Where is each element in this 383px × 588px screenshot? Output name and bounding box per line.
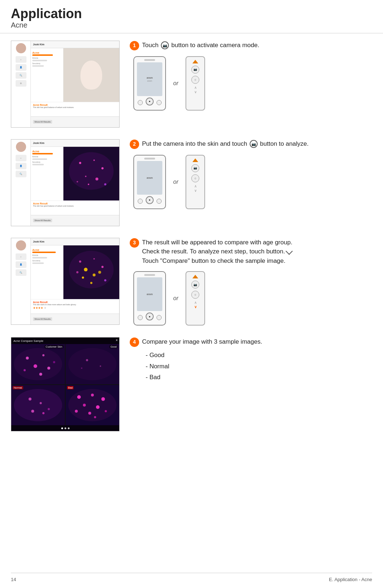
svg-point-13 [93,258,95,260]
phone-small-btn-3-right [157,315,162,320]
svg-point-52 [75,410,78,413]
phone-bottom-row: ● [138,98,162,108]
compare-header: Acne Compare Sample × [11,338,119,344]
dot-nav-2[interactable] [64,427,66,429]
compare-cell-svg-good [66,344,119,384]
svg-point-32 [68,348,116,380]
remote-arrow-down-3: ∨ [194,305,197,309]
step-4-title: 4 Compare your image with 3 sample image… [130,337,372,347]
step-2-title: 2 Put the camera into the skin and touch… [130,139,372,149]
svg-point-2 [79,162,81,164]
result-title-2: Acne Result [33,202,117,205]
compare-bottom-nav [11,425,119,431]
phone-small-btn-left [138,100,143,105]
svg-point-18 [98,271,101,274]
phone-brand: aram [147,76,153,79]
step-1-screenshot: ⌂ 👤 🔍 ⚙ Jook Kim Acne Wrink [11,41,120,128]
phone-small-btn-right [157,100,162,105]
phone-bottom-row-3: ● [138,312,162,323]
svg-point-8 [104,183,107,185]
svg-point-17 [82,276,84,278]
dot-nav-3[interactable] [68,427,70,429]
step-4-number: 4 [130,338,139,347]
svg-point-38 [29,398,32,401]
avatar-2 [16,142,26,152]
result-bar-3: Acne Result The skin starts to show more… [31,299,119,314]
chevron-icon [286,248,293,255]
step-2-number: 2 [130,140,139,149]
app-body-2: Acne Wrinkle Sensitivity [31,147,119,200]
svg-point-41 [31,410,34,413]
page-number: 14 [11,577,16,582]
result-bar-2: Acne Result The skin has good balance of… [31,200,119,215]
app-screenshot-3: ⌂ 👤 🔍 Jook Kim Acne Wrinkle Se [11,238,119,324]
svg-point-48 [83,404,86,407]
sidebar-icon-2-customer: 👤 [16,163,26,169]
svg-point-40 [48,408,50,410]
svg-point-21 [104,279,107,281]
sidebar-icon-customer: 👤 [16,64,26,71]
camera-icon-1: 📷 [161,41,169,49]
wrinkle-label-2: Wrinkle [32,156,62,158]
show-all-btn-2[interactable]: Show All Results [33,219,52,222]
acne-dots-svg-3 [63,245,119,299]
step-2-screenshot: ⌂ 👤 🔍 Jook Kim Acne Wrinkle Se [11,139,120,226]
acne-label: Acne [32,51,62,54]
step-4-text: Compare your image with 3 sample images. [142,337,262,347]
page-header: Application Acne [0,0,383,33]
svg-point-16 [93,273,96,276]
sidebar-icon-3-customer: 👤 [16,261,26,268]
step-1-devices: aram aram ● or 📷 [133,56,372,111]
remote-device-1: 📷 ○ ∧ ∨ [186,56,205,111]
step-3-instruction: 3 The result will be appeared to compare… [130,238,372,326]
bottom-bar: Show All Results [31,116,119,127]
step-2-row: ⌂ 👤 🔍 Jook Kim Acne Wrinkle Se [11,139,372,226]
compare-label-bad: Bad [67,386,74,389]
remote-up-arrow-2 [192,158,198,162]
show-all-btn-3[interactable]: Show All Results [33,317,52,321]
phone-screen-3: aram [137,277,162,311]
bottom-bar-2: Show All Results [31,215,119,226]
svg-point-27 [47,367,50,370]
svg-point-5 [85,175,87,177]
remote-arrow-down: ∨ [194,90,197,94]
phone-device-1: aram aram ● [133,56,166,111]
remote-camera-btn-2: 📷 [191,164,199,172]
phone-bottom-row-2: ● [138,196,162,206]
result-title: Acne Result [33,104,117,106]
remote-nav-arrows: ∧ ∨ [194,86,197,94]
phone-main-btn-3: ● [146,312,154,320]
result-title-3: Acne Result [33,301,117,303]
svg-point-25 [42,354,45,356]
phone-screen-2: aram [137,161,162,195]
close-icon[interactable]: × [116,338,118,342]
name-label-3: Jook Kim [33,240,45,243]
app-sidebar: ⌂ 👤 🔍 ⚙ [11,41,31,127]
dot-nav-1[interactable] [61,427,63,429]
show-all-btn[interactable]: Show All Results [33,120,52,124]
sidebar-icon-3-home: ⌂ [16,253,26,260]
remote-up-arrow [192,60,198,63]
remote-camera-btn-3: 📷 [191,281,199,289]
sensitivity-label: Sensitivity [32,62,62,65]
svg-point-46 [91,394,94,397]
step-4-screenshot: Acne Compare Sample × [11,337,120,431]
phone-main-btn-2: ● [146,196,154,204]
phone-small-btn-3-left [138,315,143,320]
skin-analysis-area-3 [63,245,119,299]
remote-nav-arrows-3: ∧ ∨ [194,301,197,309]
svg-point-29 [39,373,42,376]
face-silhouette [80,61,102,90]
phone-speaker [144,59,155,61]
svg-point-53 [94,416,96,418]
app-screenshot-1: ⌂ 👤 🔍 ⚙ Jook Kim Acne Wrink [11,41,119,127]
avatar [16,43,26,53]
svg-point-45 [77,395,81,399]
face-area [63,48,119,102]
compare-cell-svg-customer [11,344,65,384]
page-footer: 14 E. Application - Acne [11,573,372,582]
acne-dots-svg-2 [63,147,119,200]
remote-center-btn: ○ [191,76,199,84]
skin-analysis-area-2 [63,147,119,200]
step-2-devices: aram ● or 📷 ○ ∧ [133,155,372,209]
